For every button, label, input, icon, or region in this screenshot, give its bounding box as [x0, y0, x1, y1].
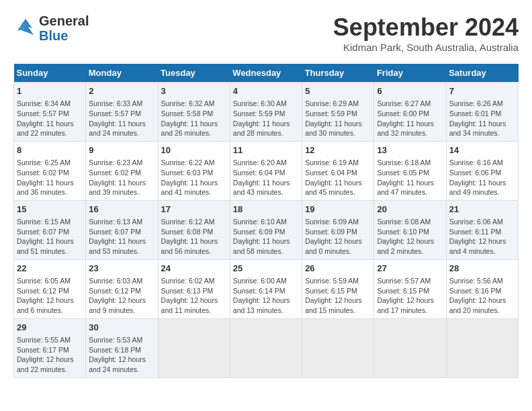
calendar-day-empty [302, 318, 374, 377]
svg-marker-0 [17, 19, 34, 35]
day-info: Sunrise: 6:12 AM Sunset: 6:08 PM Dayligh… [161, 217, 227, 257]
calendar-day-23: 23Sunrise: 6:03 AM Sunset: 6:12 PM Dayli… [86, 259, 158, 318]
day-info: Sunrise: 6:30 AM Sunset: 5:59 PM Dayligh… [233, 99, 299, 138]
day-number: 11 [233, 144, 299, 156]
day-header-tuesday: Tuesday [158, 64, 230, 83]
day-info: Sunrise: 6:29 AM Sunset: 5:59 PM Dayligh… [305, 99, 371, 138]
day-number: 23 [89, 263, 154, 275]
day-number: 3 [161, 85, 227, 97]
day-info: Sunrise: 6:10 AM Sunset: 6:09 PM Dayligh… [233, 217, 299, 257]
day-number: 30 [89, 322, 154, 334]
calendar-day-7: 7Sunrise: 6:26 AM Sunset: 6:01 PM Daylig… [446, 83, 518, 142]
day-info: Sunrise: 6:18 AM Sunset: 6:05 PM Dayligh… [377, 158, 443, 197]
calendar-day-16: 16Sunrise: 6:13 AM Sunset: 6:07 PM Dayli… [86, 200, 158, 259]
calendar-day-empty [374, 318, 446, 377]
calendar-day-29: 29Sunrise: 5:55 AM Sunset: 6:17 PM Dayli… [14, 318, 86, 377]
calendar-day-25: 25Sunrise: 6:00 AM Sunset: 6:14 PM Dayli… [230, 259, 302, 318]
calendar-week-3: 15Sunrise: 6:15 AM Sunset: 6:07 PM Dayli… [14, 200, 519, 259]
day-number: 1 [17, 85, 83, 97]
day-number: 22 [17, 263, 83, 275]
bird-icon [13, 16, 38, 40]
calendar-day-2: 2Sunrise: 6:33 AM Sunset: 5:57 PM Daylig… [86, 83, 158, 142]
day-info: Sunrise: 6:19 AM Sunset: 6:04 PM Dayligh… [305, 158, 371, 197]
calendar-day-4: 4Sunrise: 6:30 AM Sunset: 5:59 PM Daylig… [230, 83, 302, 142]
day-header-monday: Monday [86, 64, 158, 83]
logo-blue: Blue [39, 28, 89, 43]
calendar-day-19: 19Sunrise: 6:09 AM Sunset: 6:09 PM Dayli… [302, 200, 374, 259]
calendar-day-21: 21Sunrise: 6:06 AM Sunset: 6:11 PM Dayli… [446, 200, 518, 259]
day-info: Sunrise: 5:59 AM Sunset: 6:15 PM Dayligh… [305, 276, 371, 316]
day-number: 29 [17, 322, 83, 334]
day-number: 8 [17, 144, 83, 156]
location: Kidman Park, South Australia, Australia [333, 42, 519, 53]
calendar-day-5: 5Sunrise: 6:29 AM Sunset: 5:59 PM Daylig… [302, 83, 374, 142]
day-number: 16 [89, 203, 154, 216]
days-header-row: SundayMondayTuesdayWednesdayThursdayFrid… [14, 64, 519, 83]
day-number: 4 [233, 85, 299, 97]
calendar-day-empty [158, 318, 230, 377]
calendar-day-13: 13Sunrise: 6:18 AM Sunset: 6:05 PM Dayli… [374, 141, 446, 200]
day-number: 15 [17, 203, 83, 216]
calendar-week-5: 29Sunrise: 5:55 AM Sunset: 6:17 PM Dayli… [14, 318, 519, 377]
day-header-sunday: Sunday [14, 64, 86, 83]
month-title: September 2024 [333, 13, 519, 42]
calendar-week-4: 22Sunrise: 6:05 AM Sunset: 6:12 PM Dayli… [14, 259, 519, 318]
day-info: Sunrise: 6:02 AM Sunset: 6:13 PM Dayligh… [161, 276, 227, 316]
day-info: Sunrise: 6:34 AM Sunset: 5:57 PM Dayligh… [17, 99, 83, 138]
calendar-day-empty [230, 318, 302, 377]
day-info: Sunrise: 6:32 AM Sunset: 5:58 PM Dayligh… [161, 99, 227, 138]
day-info: Sunrise: 6:06 AM Sunset: 6:11 PM Dayligh… [449, 217, 515, 257]
calendar-table: SundayMondayTuesdayWednesdayThursdayFrid… [13, 64, 519, 378]
day-number: 9 [89, 144, 154, 156]
day-info: Sunrise: 6:13 AM Sunset: 6:07 PM Dayligh… [89, 217, 154, 257]
calendar-week-1: 1Sunrise: 6:34 AM Sunset: 5:57 PM Daylig… [14, 83, 519, 142]
calendar-day-3: 3Sunrise: 6:32 AM Sunset: 5:58 PM Daylig… [158, 83, 230, 142]
calendar-day-11: 11Sunrise: 6:20 AM Sunset: 6:04 PM Dayli… [230, 141, 302, 200]
day-info: Sunrise: 5:57 AM Sunset: 6:15 PM Dayligh… [377, 276, 443, 316]
calendar-day-9: 9Sunrise: 6:23 AM Sunset: 6:02 PM Daylig… [86, 141, 158, 200]
day-number: 14 [449, 144, 515, 156]
day-info: Sunrise: 6:03 AM Sunset: 6:12 PM Dayligh… [89, 276, 154, 316]
day-info: Sunrise: 6:23 AM Sunset: 6:02 PM Dayligh… [89, 158, 154, 197]
day-info: Sunrise: 6:16 AM Sunset: 6:06 PM Dayligh… [449, 158, 515, 197]
day-number: 18 [233, 203, 299, 216]
day-header-friday: Friday [374, 64, 446, 83]
calendar-day-8: 8Sunrise: 6:25 AM Sunset: 6:02 PM Daylig… [14, 141, 86, 200]
day-number: 25 [233, 263, 299, 275]
title-section: September 2024 Kidman Park, South Austra… [333, 13, 519, 53]
logo-name: General Blue [39, 13, 89, 43]
calendar-week-2: 8Sunrise: 6:25 AM Sunset: 6:02 PM Daylig… [14, 141, 519, 200]
day-number: 10 [161, 144, 227, 156]
day-info: Sunrise: 6:00 AM Sunset: 6:14 PM Dayligh… [233, 276, 299, 316]
day-number: 2 [89, 85, 154, 97]
calendar-day-22: 22Sunrise: 6:05 AM Sunset: 6:12 PM Dayli… [14, 259, 86, 318]
day-header-thursday: Thursday [302, 64, 374, 83]
calendar-day-1: 1Sunrise: 6:34 AM Sunset: 5:57 PM Daylig… [14, 83, 86, 142]
day-header-wednesday: Wednesday [230, 64, 302, 83]
logo-general: General [39, 13, 89, 28]
day-info: Sunrise: 6:15 AM Sunset: 6:07 PM Dayligh… [17, 217, 83, 257]
day-number: 27 [377, 263, 443, 275]
day-info: Sunrise: 5:55 AM Sunset: 6:17 PM Dayligh… [17, 335, 83, 375]
day-info: Sunrise: 6:27 AM Sunset: 6:00 PM Dayligh… [377, 99, 443, 138]
calendar-day-6: 6Sunrise: 6:27 AM Sunset: 6:00 PM Daylig… [374, 83, 446, 142]
day-number: 21 [449, 203, 515, 216]
day-info: Sunrise: 6:20 AM Sunset: 6:04 PM Dayligh… [233, 158, 299, 197]
day-info: Sunrise: 6:33 AM Sunset: 5:57 PM Dayligh… [89, 99, 154, 138]
calendar-day-14: 14Sunrise: 6:16 AM Sunset: 6:06 PM Dayli… [446, 141, 518, 200]
day-info: Sunrise: 6:25 AM Sunset: 6:02 PM Dayligh… [17, 158, 83, 197]
day-number: 19 [305, 203, 371, 216]
page-header: General Blue September 2024 Kidman Park,… [13, 13, 519, 53]
day-info: Sunrise: 5:56 AM Sunset: 6:16 PM Dayligh… [449, 276, 515, 316]
day-info: Sunrise: 6:05 AM Sunset: 6:12 PM Dayligh… [17, 276, 83, 316]
calendar-day-12: 12Sunrise: 6:19 AM Sunset: 6:04 PM Dayli… [302, 141, 374, 200]
day-info: Sunrise: 6:26 AM Sunset: 6:01 PM Dayligh… [449, 99, 515, 138]
day-number: 17 [161, 203, 227, 216]
calendar-day-18: 18Sunrise: 6:10 AM Sunset: 6:09 PM Dayli… [230, 200, 302, 259]
calendar-day-26: 26Sunrise: 5:59 AM Sunset: 6:15 PM Dayli… [302, 259, 374, 318]
day-info: Sunrise: 6:08 AM Sunset: 6:10 PM Dayligh… [377, 217, 443, 257]
day-number: 6 [377, 85, 443, 97]
calendar-day-20: 20Sunrise: 6:08 AM Sunset: 6:10 PM Dayli… [374, 200, 446, 259]
logo: General Blue [13, 13, 89, 43]
calendar-day-27: 27Sunrise: 5:57 AM Sunset: 6:15 PM Dayli… [374, 259, 446, 318]
